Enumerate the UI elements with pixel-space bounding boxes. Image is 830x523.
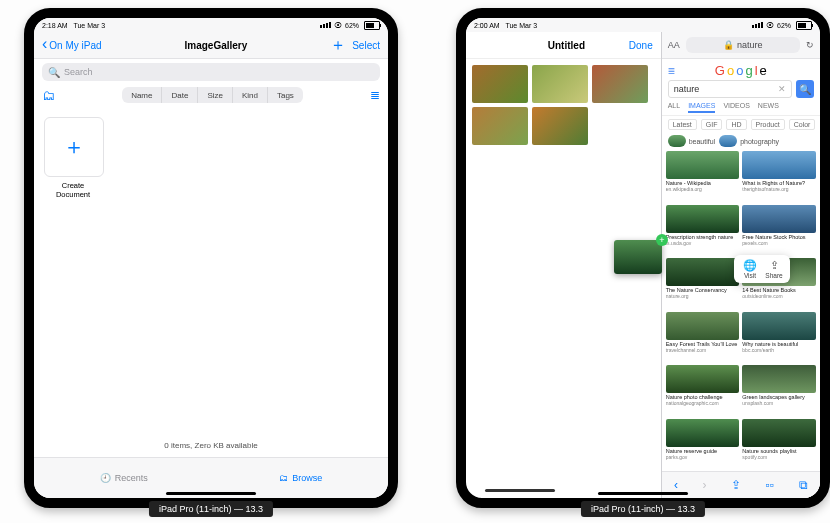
- result-item[interactable]: Why nature is beautifulbbc.com/earth: [742, 312, 816, 363]
- home-indicator[interactable]: [485, 489, 555, 492]
- bookmarks-icon[interactable]: ▫▫: [766, 478, 775, 492]
- safari-address-bar: AA 🔒 nature ↻: [662, 32, 820, 59]
- sort-segmented[interactable]: Name Date Size Kind Tags: [122, 87, 303, 103]
- result-item[interactable]: Nature - Wikipediaen.wikipedia.org: [666, 151, 740, 202]
- share-icon[interactable]: ⇪: [731, 478, 741, 492]
- power-button: [822, 78, 826, 106]
- back-icon[interactable]: ‹: [674, 478, 678, 492]
- result-image[interactable]: [742, 205, 816, 233]
- filter-chip[interactable]: Color: [789, 119, 816, 130]
- forward-icon: ›: [703, 478, 707, 492]
- result-image[interactable]: [742, 312, 816, 340]
- done-button[interactable]: Done: [629, 40, 653, 51]
- ipad-left: 2:18 AM Tue Mar 3 ⦿ 62% On My iPad Image…: [24, 8, 398, 508]
- clear-icon[interactable]: ✕: [778, 84, 786, 94]
- result-item[interactable]: Nature sounds playlistspotify.com: [742, 419, 816, 470]
- result-image[interactable]: [666, 205, 740, 233]
- result-item[interactable]: Free Nature Stock Photospexels.com: [742, 205, 816, 256]
- chip[interactable]: photography: [719, 135, 779, 147]
- tab-videos[interactable]: VIDEOS: [723, 102, 749, 113]
- wifi-icon: ⦿: [766, 21, 774, 30]
- result-image[interactable]: [666, 312, 740, 340]
- filter-chip[interactable]: HD: [726, 119, 746, 130]
- result-image[interactable]: [666, 365, 740, 393]
- result-item[interactable]: The Nature Conservancynature.org: [666, 258, 740, 309]
- back-button[interactable]: On My iPad: [42, 40, 102, 51]
- tab-recents[interactable]: 🕘 Recents: [100, 473, 148, 483]
- url-field[interactable]: 🔒 nature: [686, 37, 800, 53]
- gallery-image[interactable]: [472, 65, 528, 103]
- tab-images[interactable]: IMAGES: [688, 102, 715, 113]
- gallery-image[interactable]: [532, 65, 588, 103]
- sort-tags[interactable]: Tags: [268, 87, 303, 103]
- filter-chip[interactable]: Product: [751, 119, 785, 130]
- search-icon: 🔍: [48, 67, 60, 78]
- status-date: Tue Mar 3: [73, 22, 105, 29]
- sort-name[interactable]: Name: [122, 87, 162, 103]
- sort-kind[interactable]: Kind: [233, 87, 268, 103]
- result-image[interactable]: [742, 151, 816, 179]
- tabs-icon[interactable]: ⧉: [799, 478, 808, 492]
- documents-grid: ＋ Create Document: [34, 107, 388, 209]
- image-grid[interactable]: [466, 59, 661, 151]
- result-item[interactable]: Nature reserve guideparks.gov: [666, 419, 740, 470]
- result-source: outsideonline.com: [742, 293, 816, 299]
- result-source: travelchannel.com: [666, 347, 740, 353]
- chip[interactable]: beautiful: [668, 135, 715, 147]
- gallery-navbar: Untitled Done: [466, 32, 661, 59]
- result-source: spotify.com: [742, 454, 816, 460]
- result-item[interactable]: What is Rights of Nature?therightsofnatu…: [742, 151, 816, 202]
- new-folder-icon[interactable]: 🗂: [42, 88, 55, 103]
- google-logo: ≡ Google: [662, 59, 820, 80]
- search-input[interactable]: 🔍 Search: [42, 63, 380, 81]
- home-indicator[interactable]: [166, 492, 256, 495]
- drag-preview-image[interactable]: [614, 240, 662, 274]
- battery-percent: 62%: [777, 22, 791, 29]
- image-action-popover: 🌐Visit ⇪Share: [734, 255, 790, 283]
- home-indicator[interactable]: [598, 492, 688, 495]
- filter-chip[interactable]: Latest: [668, 119, 697, 130]
- sort-date[interactable]: Date: [162, 87, 198, 103]
- result-source: en.wikipedia.org: [666, 186, 740, 192]
- result-item[interactable]: Nature photo challengenationalgeographic…: [666, 365, 740, 416]
- gallery-image[interactable]: [472, 107, 528, 145]
- battery-icon: [362, 21, 380, 30]
- result-image[interactable]: [666, 258, 740, 286]
- globe-icon: 🌐: [743, 259, 757, 272]
- power-button: [390, 78, 394, 106]
- view-toggle-icon[interactable]: ≣: [370, 88, 380, 102]
- result-image[interactable]: [742, 419, 816, 447]
- result-image[interactable]: [666, 419, 740, 447]
- gallery-image[interactable]: [532, 107, 588, 145]
- folder-title: ImageGallery: [184, 40, 247, 51]
- result-image[interactable]: [742, 365, 816, 393]
- google-nav-tabs: ALL IMAGES VIDEOS NEWS: [662, 100, 820, 116]
- create-document-card[interactable]: ＋ Create Document: [44, 117, 102, 199]
- text-size-button[interactable]: AA: [668, 40, 680, 50]
- visit-button[interactable]: 🌐Visit: [738, 259, 762, 279]
- result-item[interactable]: Green landscapes galleryunsplash.com: [742, 365, 816, 416]
- clock-icon: 🕘: [100, 473, 111, 483]
- google-search-input[interactable]: nature ✕: [668, 80, 792, 98]
- result-item[interactable]: Prescription strength naturefs.usda.gov: [666, 205, 740, 256]
- filter-chip[interactable]: GIF: [701, 119, 723, 130]
- tab-all[interactable]: ALL: [668, 102, 680, 113]
- storage-summary: 0 items, Zero KB available: [34, 441, 388, 450]
- share-button[interactable]: ⇪Share: [762, 259, 786, 279]
- image-results[interactable]: Nature - Wikipediaen.wikipedia.orgWhat i…: [662, 149, 820, 471]
- result-image[interactable]: [666, 151, 740, 179]
- menu-icon[interactable]: ≡: [668, 64, 675, 78]
- status-time: 2:18 AM: [42, 22, 68, 29]
- reload-icon[interactable]: ↻: [806, 40, 814, 50]
- select-button[interactable]: Select: [352, 40, 380, 51]
- tab-browse[interactable]: 🗂 Browse: [279, 473, 322, 483]
- result-source: nationalgeographic.com: [666, 400, 740, 406]
- search-button[interactable]: 🔍: [796, 80, 814, 98]
- create-document-label: Create Document: [44, 181, 102, 199]
- sort-size[interactable]: Size: [198, 87, 233, 103]
- url-text: nature: [737, 40, 763, 50]
- result-item[interactable]: Easy Forest Trails You'll Lovetravelchan…: [666, 312, 740, 363]
- gallery-image[interactable]: [592, 65, 648, 103]
- status-date: Tue Mar 3: [505, 22, 537, 29]
- tab-news[interactable]: NEWS: [758, 102, 779, 113]
